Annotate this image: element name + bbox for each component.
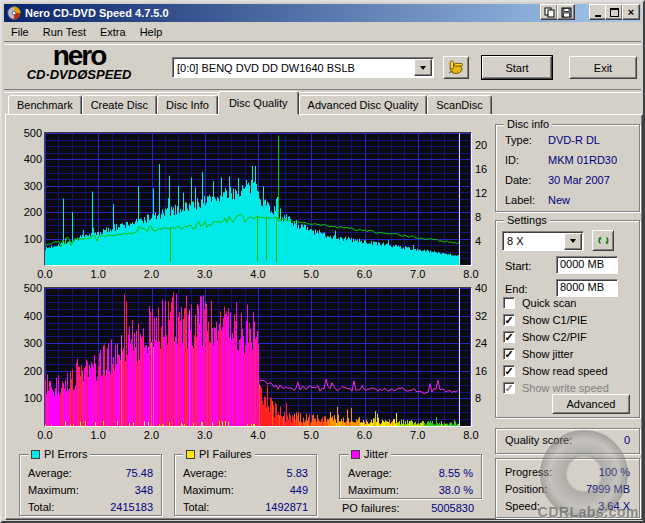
pif-average-value: 5.83 (287, 467, 308, 479)
checkbox-show-read-speed[interactable]: ✓Show read speed (503, 364, 608, 378)
bottom-chart-left-tick: 500 (6, 282, 42, 294)
speed-select[interactable]: 8 X (502, 231, 584, 251)
tab-benchmark[interactable]: Benchmark (8, 95, 82, 115)
checkbox-show-jitter[interactable]: ✓Show jitter (503, 347, 573, 361)
top-chart-x-tick: 6.0 (357, 268, 372, 280)
end-field-value: 8000 MB (560, 281, 604, 293)
checkbox-show-write-speed[interactable]: ✓Show write speed (503, 381, 609, 395)
top-chart-left-tick: 300 (6, 180, 42, 192)
pif-jitter-chart-canvas (45, 288, 471, 426)
advanced-button[interactable]: Advanced (552, 394, 630, 414)
checkbox-box (503, 297, 515, 309)
pif-jitter-chart (44, 287, 472, 427)
checkbox-box: ✓ (503, 365, 515, 377)
pi-errors-box: PI Errors Average: 75.48 Maximum: 348 To… (19, 454, 162, 516)
checkbox-show-c2-pif[interactable]: ✓Show C2/PIF (503, 330, 587, 344)
hand-icon (447, 59, 465, 76)
tab-advanced-disc-quality[interactable]: Advanced Disc Quality (299, 95, 428, 115)
disc-info-group: Disc info Type: DVD-R DL ID: MKM 01RD30 … (495, 124, 640, 212)
top-chart-x-tick: 0.0 (37, 268, 52, 280)
start-field-value: 0000 MB (560, 258, 604, 270)
refresh-button[interactable] (592, 230, 614, 251)
pie-total-value: 2415183 (110, 501, 153, 513)
pi-failures-legend: PI Failures (183, 448, 255, 460)
bottom-chart-left-tick: 100 (6, 392, 42, 404)
menu-extra[interactable]: Extra (93, 24, 133, 40)
disc-type-value: DVD-R DL (548, 134, 600, 146)
top-chart-x-tick: 8.0 (463, 268, 478, 280)
tab-strip: BenchmarkCreate DiscDisc InfoDisc Qualit… (8, 93, 492, 115)
menu-run-test[interactable]: Run Test (36, 24, 93, 40)
minimize-icon (595, 15, 601, 17)
top-chart-right-tick: 12 (475, 187, 487, 199)
tab-scandisc[interactable]: ScanDisc (427, 95, 491, 115)
close-button[interactable]: × (622, 4, 640, 20)
checkbox-label: Quick scan (522, 297, 576, 309)
window-title: Nero CD-DVD Speed 4.7.5.0 (25, 7, 169, 19)
quality-score-box: Quality score: 0 (495, 428, 640, 454)
top-chart-left-tick: 500 (6, 127, 42, 139)
speed-select-dropdown[interactable] (564, 233, 582, 250)
quality-score-label: Quality score: (505, 434, 572, 446)
disc-type-label: Type: (505, 134, 532, 146)
disc-info-legend: Disc info (504, 118, 552, 130)
disc-label-label: Label: (505, 194, 535, 206)
jitter-maximum-label: Maximum: (348, 484, 399, 496)
speed-value: 3.64 X (598, 500, 630, 512)
bottom-chart-x-tick: 8.0 (463, 429, 478, 441)
eject-options-button[interactable] (443, 56, 469, 79)
bottom-chart-x-tick: 2.0 (144, 429, 159, 441)
jitter-legend-text: Jitter (364, 448, 388, 460)
tab-disc-quality[interactable]: Disc Quality (218, 91, 299, 115)
copy-icon (544, 7, 555, 18)
refresh-icon (597, 234, 610, 247)
pif-average-label: Average: (183, 467, 227, 479)
drive-select[interactable]: [0:0] BENQ DVD DD DW1640 BSLB (172, 57, 434, 78)
exit-button[interactable]: Exit (569, 56, 637, 79)
top-chart-right-tick: 4 (475, 235, 481, 247)
bottom-chart-x-tick: 7.0 (410, 429, 425, 441)
top-chart-x-tick: 3.0 (197, 268, 212, 280)
maximize-button[interactable] (605, 4, 623, 20)
disc-label-value: New (548, 194, 570, 206)
checkbox-label: Show write speed (522, 382, 609, 394)
tab-create-disc[interactable]: Create Disc (82, 95, 157, 115)
pi-failures-legend-text: PI Failures (199, 448, 252, 460)
po-failures-value: 5005830 (431, 502, 474, 514)
quality-score-value: 0 (624, 434, 630, 446)
pi-failures-box: PI Failures Average: 5.83 Maximum: 449 T… (174, 454, 317, 516)
menu-help[interactable]: Help (133, 24, 170, 40)
start-button[interactable]: Start (482, 56, 552, 79)
drive-select-dropdown[interactable] (414, 59, 432, 76)
checkbox-quick-scan[interactable]: Quick scan (503, 296, 576, 310)
pif-maximum-value: 449 (290, 484, 308, 496)
chevron-down-icon (420, 66, 426, 70)
bottom-chart-x-tick: 4.0 (250, 429, 265, 441)
top-chart-right-tick: 16 (475, 163, 487, 175)
speed-label: Speed: (505, 500, 540, 512)
bottom-chart-right-tick: 16 (475, 365, 487, 377)
disc-id-value: MKM 01RD30 (548, 154, 617, 166)
top-chart-x-tick: 4.0 (250, 268, 265, 280)
jitter-average-value: 8.55 % (439, 467, 473, 479)
position-value: 7999 MB (586, 483, 630, 495)
pi-errors-legend: PI Errors (28, 448, 90, 460)
checkbox-label: Show jitter (522, 348, 573, 360)
copy-to-clipboard-button[interactable] (540, 4, 558, 20)
disc-id-label: ID: (505, 154, 519, 166)
jitter-legend: Jitter (348, 448, 391, 460)
end-field[interactable]: 8000 MB (556, 279, 618, 297)
bottom-chart-right-tick: 24 (475, 337, 487, 349)
pif-maximum-label: Maximum: (183, 484, 234, 496)
chevron-down-icon (570, 239, 576, 243)
jitter-color-swatch (351, 450, 360, 459)
menu-file[interactable]: File (4, 24, 36, 40)
start-field-label: Start: (505, 260, 531, 272)
start-field[interactable]: 0000 MB (556, 256, 618, 274)
bottom-chart-x-tick: 5.0 (304, 429, 319, 441)
checkbox-show-c1-pie[interactable]: ✓Show C1/PIE (503, 313, 587, 327)
save-button[interactable] (557, 4, 575, 20)
tab-disc-info[interactable]: Disc Info (157, 95, 218, 115)
po-failures-label: PO failures: (342, 502, 399, 514)
checkbox-box: ✓ (503, 382, 515, 394)
